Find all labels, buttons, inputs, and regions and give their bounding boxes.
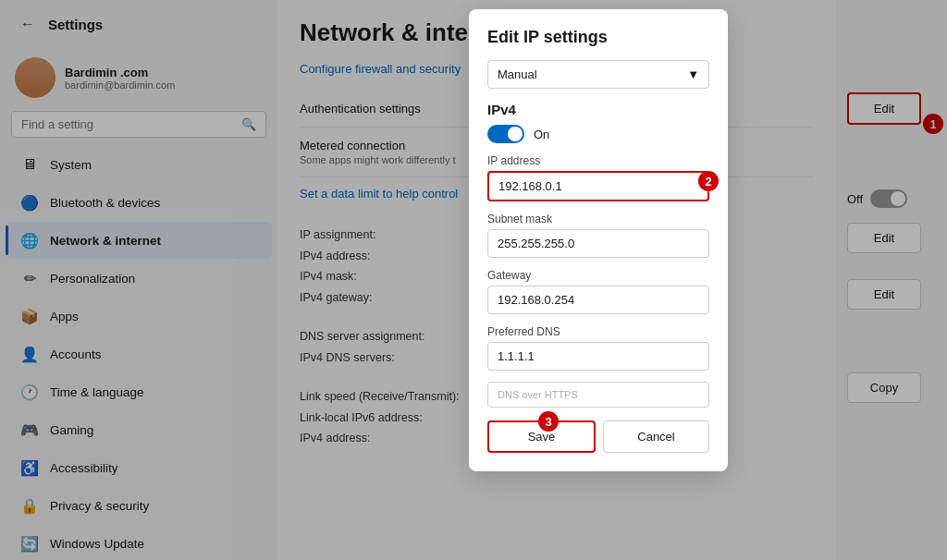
ipv4-toggle[interactable] [487, 125, 524, 143]
dns-over-https-input[interactable] [487, 382, 709, 408]
overlay: Edit IP settings Manual ▼ IPv4 On IP add… [0, 0, 947, 560]
cancel-button[interactable]: Cancel [603, 420, 709, 453]
dialog-title: Edit IP settings [487, 28, 709, 47]
toggle-on-row: On [487, 125, 709, 143]
edit-ip-dialog: Edit IP settings Manual ▼ IPv4 On IP add… [469, 9, 728, 471]
preferred-dns-input[interactable] [487, 342, 709, 371]
ip-address-input[interactable] [487, 171, 709, 201]
dns-over-https-field-group [487, 382, 709, 408]
dropdown-arrow-icon: ▼ [687, 67, 699, 81]
toggle-on-label: On [534, 128, 549, 141]
preferred-dns-label: Preferred DNS [487, 325, 709, 338]
ip-address-field-group: IP address 2 [487, 154, 709, 201]
subnet-mask-input[interactable] [487, 229, 709, 258]
dialog-footer: Save Cancel [487, 420, 709, 453]
gateway-label: Gateway [487, 269, 709, 282]
badge-2: 2 [698, 171, 719, 191]
subnet-mask-field-group: Subnet mask [487, 213, 709, 258]
gateway-input[interactable] [487, 286, 709, 314]
dropdown-value: Manual [498, 67, 537, 81]
subnet-mask-label: Subnet mask [487, 213, 709, 225]
badge-3: 3 [538, 411, 559, 432]
ipv4-section-label: IPv4 [487, 102, 709, 117]
preferred-dns-field-group: Preferred DNS [487, 325, 709, 371]
mode-dropdown[interactable]: Manual ▼ [487, 60, 709, 89]
gateway-field-group: Gateway [487, 269, 709, 314]
ip-address-label: IP address [487, 154, 709, 167]
